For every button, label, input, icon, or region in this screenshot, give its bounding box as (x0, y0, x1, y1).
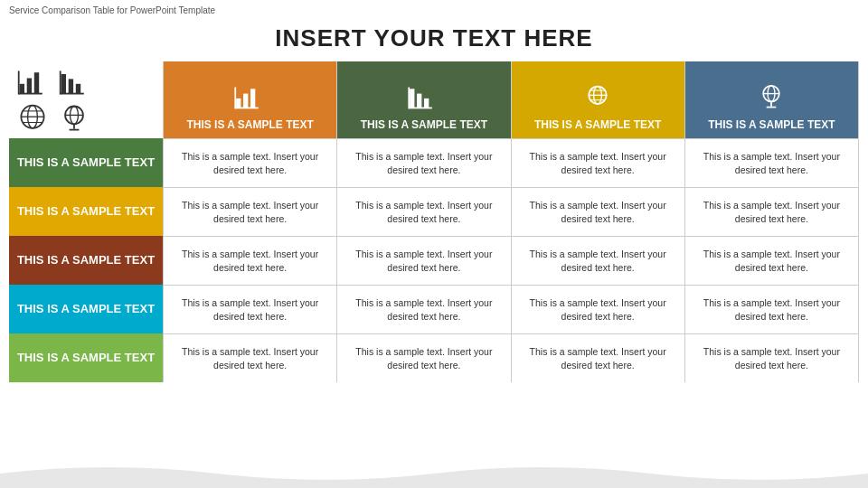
left-column: THIS IS A SAMPLE TEXT THIS IS A SAMPLE T… (9, 61, 163, 382)
row-label-1: THIS IS A SAMPLE TEXT (9, 138, 163, 187)
svg-rect-0 (20, 83, 24, 93)
template-label: Service Comparison Table for PowerPoint … (0, 0, 868, 17)
row-label-2: THIS IS A SAMPLE TEXT (9, 187, 163, 236)
data-cell-4-5: This is a sample text. Insert your desir… (685, 333, 858, 382)
svg-rect-11 (69, 79, 73, 93)
data-columns: THIS IS A SAMPLE TEXT This is a sample t… (163, 61, 859, 382)
data-cell-2-5: This is a sample text. Insert your desir… (337, 333, 510, 382)
data-cell-1-3: This is a sample text. Insert your desir… (164, 236, 336, 285)
svg-rect-2 (34, 72, 39, 93)
data-col-1: THIS IS A SAMPLE TEXT This is a sample t… (164, 61, 337, 382)
col2-header-icon (408, 84, 440, 116)
main-title: INSERT YOUR TEXT HERE (0, 17, 868, 61)
comparison-table: THIS IS A SAMPLE TEXT THIS IS A SAMPLE T… (0, 61, 868, 382)
svg-rect-22 (250, 89, 255, 108)
icon-header-area (9, 61, 163, 138)
col-header-1: THIS IS A SAMPLE TEXT (164, 61, 336, 138)
data-cell-2-2: This is a sample text. Insert your desir… (337, 187, 510, 236)
svg-rect-10 (61, 74, 66, 94)
globe-icon-1 (16, 102, 49, 135)
icon-pair-1 (16, 66, 49, 135)
col1-header-label: THIS IS A SAMPLE TEXT (186, 118, 313, 133)
data-col-2: THIS IS A SAMPLE TEXT This is a sample t… (337, 61, 511, 382)
col1-header-icon (234, 84, 267, 116)
svg-rect-27 (424, 99, 429, 108)
col4-header-label: THIS IS A SAMPLE TEXT (708, 118, 835, 133)
col-header-3: THIS IS A SAMPLE TEXT (512, 61, 684, 138)
svg-rect-12 (76, 83, 80, 93)
data-cell-1-1: This is a sample text. Insert your desir… (164, 138, 336, 187)
col-header-4: THIS IS A SAMPLE TEXT (685, 61, 858, 138)
data-cell-3-4: This is a sample text. Insert your desir… (512, 285, 684, 333)
col2-header-label: THIS IS A SAMPLE TEXT (361, 118, 487, 133)
data-cell-1-2: This is a sample text. Insert your desir… (164, 187, 336, 236)
data-cell-4-3: This is a sample text. Insert your desir… (685, 236, 858, 285)
data-col-4: THIS IS A SAMPLE TEXT This is a sample t… (685, 61, 859, 382)
icon-pair-2 (58, 66, 90, 135)
svg-rect-20 (236, 99, 241, 108)
data-cell-3-3: This is a sample text. Insert your desir… (512, 236, 684, 285)
data-cell-4-1: This is a sample text. Insert your desir… (685, 138, 858, 187)
bar-chart-icon-2 (58, 66, 90, 99)
bar-chart-icon-1 (16, 66, 49, 99)
data-cell-1-5: This is a sample text. Insert your desir… (164, 333, 336, 382)
svg-rect-1 (27, 78, 32, 93)
data-cell-2-1: This is a sample text. Insert your desir… (337, 138, 510, 187)
globe-stand-icon-1 (58, 102, 90, 135)
data-col-3: THIS IS A SAMPLE TEXT This is a sample t… (512, 61, 685, 382)
data-cell-2-4: This is a sample text. Insert your desir… (337, 285, 510, 333)
svg-rect-26 (417, 93, 421, 108)
data-cell-4-2: This is a sample text. Insert your desir… (685, 187, 858, 236)
col-header-2: THIS IS A SAMPLE TEXT (337, 61, 510, 138)
data-cell-3-5: This is a sample text. Insert your desir… (512, 333, 684, 382)
svg-rect-25 (410, 89, 414, 108)
data-cell-3-2: This is a sample text. Insert your desir… (512, 187, 684, 236)
row-label-5: THIS IS A SAMPLE TEXT (9, 333, 163, 382)
data-cell-2-3: This is a sample text. Insert your desir… (337, 236, 510, 285)
svg-rect-21 (243, 93, 248, 108)
wave-decoration (0, 459, 868, 488)
col3-header-label: THIS IS A SAMPLE TEXT (534, 118, 661, 133)
row-label-3: THIS IS A SAMPLE TEXT (9, 236, 163, 285)
col4-header-icon (755, 84, 788, 116)
data-cell-1-4: This is a sample text. Insert your desir… (164, 285, 336, 333)
col3-header-icon (581, 84, 614, 116)
row-label-4: THIS IS A SAMPLE TEXT (9, 285, 163, 333)
data-cell-4-4: This is a sample text. Insert your desir… (685, 285, 858, 333)
data-cell-3-1: This is a sample text. Insert your desir… (512, 138, 684, 187)
